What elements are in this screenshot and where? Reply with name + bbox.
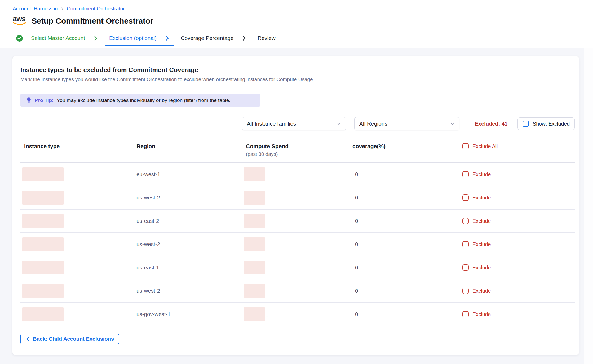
step-label: Review bbox=[258, 35, 275, 41]
pro-tip-text: You may exclude instance types individua… bbox=[57, 97, 230, 103]
breadcrumb: Account: Harness.io Commitment Orchestra… bbox=[0, 0, 593, 12]
table-row: us-west-2 0 Exclude bbox=[20, 279, 575, 303]
step-label: Coverage Percentage bbox=[181, 35, 233, 41]
exclude-checkbox[interactable] bbox=[462, 288, 469, 294]
excluded-count: Excluded: 41 bbox=[475, 121, 507, 127]
pro-tip-banner: Pro Tip: You may exclude instance types … bbox=[20, 94, 260, 107]
exclude-checkbox[interactable] bbox=[462, 218, 469, 224]
table-row: us-east-1 0 Exclude bbox=[20, 256, 575, 279]
chevron-right-icon bbox=[93, 35, 99, 41]
exclude-cell: Exclude bbox=[462, 171, 575, 177]
step-label: Select Master Account bbox=[31, 35, 85, 41]
exclude-cell: Exclude bbox=[462, 241, 575, 247]
coverage-cell: 0 bbox=[352, 311, 462, 317]
region-cell: us-gov-west-1 bbox=[134, 311, 244, 317]
step-review[interactable]: Review bbox=[254, 30, 279, 46]
show-excluded-checkbox[interactable] bbox=[523, 121, 529, 127]
instance-type-redacted bbox=[22, 307, 64, 321]
compute-spend-redacted bbox=[244, 191, 265, 205]
step-exclusion-optional[interactable]: Exclusion (optional) bbox=[105, 30, 174, 46]
region-cell: us-west-2 bbox=[134, 241, 244, 247]
exclude-label: Exclude bbox=[472, 195, 491, 201]
panel-heading: Instance types to be excluded from Commi… bbox=[20, 66, 575, 74]
chevron-right-icon bbox=[241, 35, 247, 41]
header-coverage: coverage(%) bbox=[352, 143, 462, 149]
compute-spend-redacted bbox=[244, 307, 265, 321]
table-row: us-west-2 0 Exclude bbox=[20, 233, 575, 256]
filter-divider bbox=[467, 118, 467, 129]
chevron-down-icon bbox=[336, 121, 342, 126]
exclude-all-checkbox[interactable] bbox=[462, 143, 469, 149]
coverage-cell: 0 bbox=[352, 171, 462, 177]
topbar: Account: Harness.io Commitment Orchestra… bbox=[0, 0, 593, 30]
aws-smile-icon bbox=[13, 22, 26, 26]
content-area: Instance types to be excluded from Commi… bbox=[0, 48, 584, 364]
exclude-cell: Exclude bbox=[462, 218, 575, 224]
table-row: us-east-2 0 Exclude bbox=[20, 210, 575, 233]
instance-families-select[interactable]: All Instance families bbox=[242, 117, 346, 130]
compute-spend-redacted bbox=[244, 237, 265, 251]
instance-type-cell bbox=[20, 214, 134, 228]
check-circle-icon bbox=[16, 35, 23, 42]
exclude-cell: Exclude bbox=[462, 264, 575, 271]
lightbulb-icon bbox=[26, 97, 32, 104]
instance-type-cell bbox=[20, 284, 134, 298]
exclude-checkbox[interactable] bbox=[462, 171, 469, 177]
right-gutter bbox=[584, 48, 593, 364]
compute-spend-cell bbox=[244, 191, 352, 205]
compute-spend-cell bbox=[244, 167, 352, 181]
back-button-label: Back: Child Account Exclusions bbox=[33, 336, 114, 342]
show-excluded-label: Show: Excluded bbox=[533, 121, 570, 127]
page: Account: Harness.io Commitment Orchestra… bbox=[0, 0, 593, 364]
exclude-cell: Exclude bbox=[462, 311, 575, 317]
header-compute-spend-sub: (past 30 days) bbox=[246, 151, 352, 157]
region-cell: us-west-2 bbox=[134, 194, 244, 201]
region-cell: us-west-2 bbox=[134, 288, 244, 294]
instance-families-value: All Instance families bbox=[247, 121, 296, 127]
coverage-cell: 0 bbox=[352, 288, 462, 294]
table-body: eu-west-1 0 Exclude us-west-2 0 Exclude … bbox=[20, 163, 575, 326]
instance-type-cell bbox=[20, 307, 134, 321]
compute-spend-redacted bbox=[244, 167, 265, 181]
header-exclude-all: Exclude All bbox=[462, 143, 575, 149]
instance-type-redacted bbox=[22, 261, 64, 274]
filter-row: All Instance families All Regions Exclud… bbox=[20, 117, 575, 130]
breadcrumb-account-link[interactable]: Account: Harness.io bbox=[13, 6, 58, 12]
exclude-all-label: Exclude All bbox=[472, 143, 498, 149]
coverage-cell: 0 bbox=[352, 194, 462, 201]
compute-spend-cell bbox=[244, 261, 352, 274]
instance-type-redacted bbox=[22, 191, 64, 205]
compute-spend-cell bbox=[244, 284, 352, 298]
region-cell: us-east-2 bbox=[134, 218, 244, 224]
title-row: aws Setup Commitment Orchestrator bbox=[0, 12, 593, 30]
instance-type-redacted bbox=[22, 237, 64, 251]
instance-type-cell bbox=[20, 167, 134, 181]
compute-spend-redacted bbox=[244, 261, 265, 274]
show-excluded-toggle[interactable]: Show: Excluded bbox=[517, 117, 575, 130]
exclude-checkbox[interactable] bbox=[462, 241, 469, 247]
instance-type-redacted bbox=[22, 167, 64, 181]
back-button[interactable]: Back: Child Account Exclusions bbox=[20, 334, 119, 344]
exclude-label: Exclude bbox=[472, 288, 491, 294]
exclusion-panel: Instance types to be excluded from Commi… bbox=[12, 56, 579, 355]
coverage-cell: 0 bbox=[352, 264, 462, 271]
exclude-checkbox[interactable] bbox=[462, 311, 469, 317]
instance-type-redacted bbox=[22, 214, 64, 228]
breadcrumb-section-link[interactable]: Commitment Orchestrator bbox=[67, 6, 125, 12]
breadcrumb-chevron-icon bbox=[60, 7, 64, 11]
pro-tip-label: Pro Tip: bbox=[35, 97, 54, 103]
exclude-label: Exclude bbox=[472, 241, 491, 247]
exclude-checkbox[interactable] bbox=[462, 264, 469, 271]
exclude-checkbox[interactable] bbox=[462, 194, 469, 201]
region-cell: eu-west-1 bbox=[134, 171, 244, 177]
chevron-right-icon bbox=[165, 35, 170, 41]
compute-spend-suffix: . bbox=[266, 313, 268, 321]
compute-spend-cell bbox=[244, 214, 352, 228]
step-select-master-account[interactable]: Select Master Account bbox=[12, 30, 102, 46]
regions-select[interactable]: All Regions bbox=[354, 117, 459, 130]
coverage-cell: 0 bbox=[352, 218, 462, 224]
table-header: Instance type Region Compute Spend (past… bbox=[20, 143, 575, 163]
chevron-left-icon bbox=[26, 337, 30, 341]
header-compute-spend-title: Compute Spend bbox=[246, 143, 352, 149]
step-coverage-percentage[interactable]: Coverage Percentage bbox=[177, 30, 251, 46]
